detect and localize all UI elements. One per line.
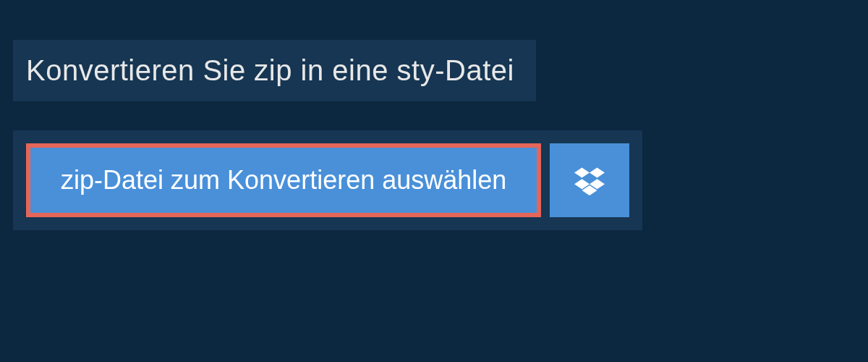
dropbox-icon (574, 165, 605, 195)
button-row: zip-Datei zum Konvertieren auswählen (13, 130, 642, 230)
select-file-button[interactable]: zip-Datei zum Konvertieren auswählen (26, 143, 541, 217)
select-file-label: zip-Datei zum Konvertieren auswählen (61, 165, 506, 195)
page-title: Konvertieren Sie zip in eine sty-Datei (26, 54, 514, 87)
dropbox-button[interactable] (550, 143, 629, 217)
converter-panel: Konvertieren Sie zip in eine sty-Datei z… (0, 0, 868, 362)
title-box: Konvertieren Sie zip in eine sty-Datei (13, 40, 536, 101)
